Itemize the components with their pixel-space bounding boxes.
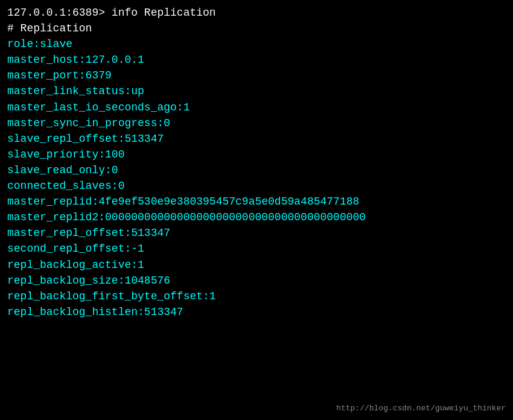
line-second-repl-offset: second_repl_offset:-1 <box>7 241 506 256</box>
line-master-replid2: master_replid2:0000000000000000000000000… <box>7 209 506 225</box>
line-slave-read-only: slave_read_only:0 <box>7 162 506 178</box>
line-master-replid: master_replid:4fe9ef530e9e380395457c9a5e… <box>7 194 506 209</box>
watermark: http://blog.csdn.net/guweiyu_thinker <box>336 404 506 413</box>
line-master-port: master_port:6379 <box>7 68 506 83</box>
line-master-host: master_host:127.0.0.1 <box>7 52 506 68</box>
line-master-last-io: master_last_io_seconds_ago:1 <box>7 100 506 115</box>
terminal-window: 127.0.0.1:6389> info Replication # Repli… <box>0 0 513 420</box>
prompt-line: 127.0.0.1:6389> info Replication <box>7 5 506 21</box>
line-connected-slaves: connected_slaves:0 <box>7 178 506 194</box>
line-role: role:slave <box>7 36 506 52</box>
line-master-repl-offset: master_repl_offset:513347 <box>7 225 506 241</box>
line-slave-priority: slave_priority:100 <box>7 147 506 162</box>
line-repl-backlog-first-byte: repl_backlog_first_byte_offset:1 <box>7 288 506 304</box>
line-repl-backlog-histlen: repl_backlog_histlen:513347 <box>7 304 506 320</box>
line-repl-backlog-size: repl_backlog_size:1048576 <box>7 273 506 288</box>
line-slave-repl-offset: slave_repl_offset:513347 <box>7 131 506 147</box>
line-repl-backlog-active: repl_backlog_active:1 <box>7 257 506 273</box>
line-master-sync: master_sync_in_progress:0 <box>7 115 506 131</box>
section-header: # Replication <box>7 21 506 36</box>
line-master-link-status: master_link_status:up <box>7 83 506 99</box>
